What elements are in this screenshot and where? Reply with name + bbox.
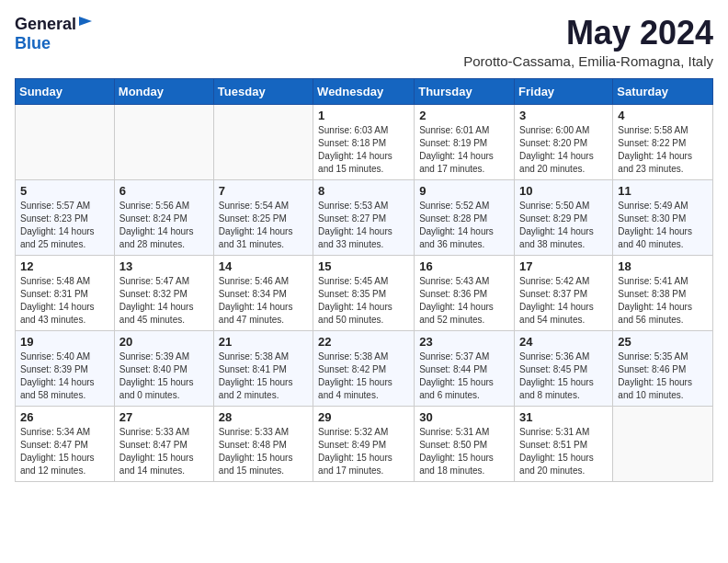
- calendar-cell: 11Sunrise: 5:49 AMSunset: 8:30 PMDayligh…: [613, 179, 713, 255]
- calendar-cell: 23Sunrise: 5:37 AMSunset: 8:44 PMDayligh…: [415, 330, 515, 406]
- calendar-cell: 4Sunrise: 5:58 AMSunset: 8:22 PMDaylight…: [613, 104, 713, 179]
- day-number: 22: [318, 335, 409, 349]
- calendar-cell: [613, 406, 713, 481]
- day-number: 16: [419, 259, 509, 273]
- calendar-cell: 3Sunrise: 6:00 AMSunset: 8:20 PMDaylight…: [515, 104, 613, 179]
- calendar-cell: 24Sunrise: 5:36 AMSunset: 8:45 PMDayligh…: [515, 330, 613, 406]
- calendar-week-2: 5Sunrise: 5:57 AMSunset: 8:23 PMDaylight…: [16, 179, 713, 255]
- calendar-cell: 12Sunrise: 5:48 AMSunset: 8:31 PMDayligh…: [16, 255, 115, 330]
- calendar-header: SundayMondayTuesdayWednesdayThursdayFrid…: [16, 78, 713, 104]
- day-number: 26: [20, 410, 109, 424]
- calendar-week-5: 26Sunrise: 5:34 AMSunset: 8:47 PMDayligh…: [16, 406, 713, 481]
- calendar-cell: 13Sunrise: 5:47 AMSunset: 8:32 PMDayligh…: [114, 255, 213, 330]
- day-info: Sunrise: 5:36 AMSunset: 8:45 PMDaylight:…: [519, 350, 608, 402]
- day-number: 13: [119, 259, 209, 273]
- day-number: 28: [219, 410, 308, 424]
- calendar-cell: 8Sunrise: 5:53 AMSunset: 8:27 PMDaylight…: [313, 179, 415, 255]
- calendar-cell: 18Sunrise: 5:41 AMSunset: 8:38 PMDayligh…: [613, 255, 713, 330]
- day-info: Sunrise: 5:38 AMSunset: 8:42 PMDaylight:…: [318, 350, 409, 402]
- day-number: 4: [618, 109, 708, 122]
- day-number: 3: [519, 109, 608, 122]
- title-area: May 2024 Porotto-Cassama, Emilia-Romagna…: [463, 15, 713, 69]
- logo-blue-text: Blue: [15, 34, 51, 53]
- logo-flag-icon: [77, 15, 94, 31]
- day-info: Sunrise: 5:53 AMSunset: 8:27 PMDaylight:…: [318, 200, 409, 251]
- calendar-cell: 25Sunrise: 5:35 AMSunset: 8:46 PMDayligh…: [613, 330, 713, 406]
- calendar-cell: 27Sunrise: 5:33 AMSunset: 8:47 PMDayligh…: [114, 406, 213, 481]
- calendar-cell: 29Sunrise: 5:32 AMSunset: 8:49 PMDayligh…: [313, 406, 415, 481]
- day-number: 5: [20, 184, 109, 198]
- day-info: Sunrise: 5:32 AMSunset: 8:49 PMDaylight:…: [318, 426, 409, 477]
- day-number: 8: [318, 184, 409, 198]
- day-info: Sunrise: 6:03 AMSunset: 8:18 PMDaylight:…: [318, 124, 409, 176]
- day-number: 7: [219, 184, 308, 198]
- day-info: Sunrise: 5:35 AMSunset: 8:46 PMDaylight:…: [618, 350, 708, 402]
- day-number: 14: [219, 259, 308, 273]
- day-info: Sunrise: 5:31 AMSunset: 8:50 PMDaylight:…: [419, 426, 509, 477]
- weekday-header-friday: Friday: [515, 78, 613, 104]
- logo: General Blue: [15, 15, 94, 53]
- day-number: 27: [119, 410, 209, 424]
- day-info: Sunrise: 5:33 AMSunset: 8:47 PMDaylight:…: [119, 426, 209, 477]
- day-number: 21: [219, 335, 308, 349]
- calendar-cell: 31Sunrise: 5:31 AMSunset: 8:51 PMDayligh…: [515, 406, 613, 481]
- calendar-table: SundayMondayTuesdayWednesdayThursdayFrid…: [15, 78, 713, 482]
- calendar-cell: 20Sunrise: 5:39 AMSunset: 8:40 PMDayligh…: [114, 330, 213, 406]
- calendar-cell: 5Sunrise: 5:57 AMSunset: 8:23 PMDaylight…: [16, 179, 115, 255]
- calendar-cell: 14Sunrise: 5:46 AMSunset: 8:34 PMDayligh…: [213, 255, 313, 330]
- calendar-cell: 16Sunrise: 5:43 AMSunset: 8:36 PMDayligh…: [415, 255, 515, 330]
- calendar-cell: 7Sunrise: 5:54 AMSunset: 8:25 PMDaylight…: [213, 179, 313, 255]
- day-info: Sunrise: 5:34 AMSunset: 8:47 PMDaylight:…: [20, 426, 109, 477]
- day-info: Sunrise: 5:39 AMSunset: 8:40 PMDaylight:…: [119, 350, 209, 402]
- weekday-header-thursday: Thursday: [415, 78, 515, 104]
- svg-marker-0: [79, 17, 92, 26]
- calendar-cell: 19Sunrise: 5:40 AMSunset: 8:39 PMDayligh…: [16, 330, 115, 406]
- day-number: 2: [419, 109, 509, 122]
- calendar-cell: 17Sunrise: 5:42 AMSunset: 8:37 PMDayligh…: [515, 255, 613, 330]
- day-number: 29: [318, 410, 409, 424]
- day-number: 9: [419, 184, 509, 198]
- day-info: Sunrise: 5:46 AMSunset: 8:34 PMDaylight:…: [219, 275, 308, 327]
- day-info: Sunrise: 5:52 AMSunset: 8:28 PMDaylight:…: [419, 200, 509, 251]
- calendar-cell: 30Sunrise: 5:31 AMSunset: 8:50 PMDayligh…: [415, 406, 515, 481]
- day-number: 19: [20, 335, 109, 349]
- calendar-week-4: 19Sunrise: 5:40 AMSunset: 8:39 PMDayligh…: [16, 330, 713, 406]
- calendar-cell: 6Sunrise: 5:56 AMSunset: 8:24 PMDaylight…: [114, 179, 213, 255]
- day-info: Sunrise: 5:49 AMSunset: 8:30 PMDaylight:…: [618, 200, 708, 251]
- day-number: 31: [519, 410, 608, 424]
- day-number: 12: [20, 259, 109, 273]
- calendar-cell: 22Sunrise: 5:38 AMSunset: 8:42 PMDayligh…: [313, 330, 415, 406]
- location-title: Porotto-Cassama, Emilia-Romagna, Italy: [463, 53, 713, 69]
- day-info: Sunrise: 5:45 AMSunset: 8:35 PMDaylight:…: [318, 275, 409, 327]
- day-number: 6: [119, 184, 209, 198]
- calendar-week-3: 12Sunrise: 5:48 AMSunset: 8:31 PMDayligh…: [16, 255, 713, 330]
- day-info: Sunrise: 5:57 AMSunset: 8:23 PMDaylight:…: [20, 200, 109, 251]
- day-number: 25: [618, 335, 708, 349]
- weekday-header-tuesday: Tuesday: [213, 78, 313, 104]
- day-number: 1: [318, 109, 409, 122]
- day-info: Sunrise: 5:48 AMSunset: 8:31 PMDaylight:…: [20, 275, 109, 327]
- header: General Blue May 2024 Porotto-Cassama, E…: [15, 15, 713, 69]
- day-info: Sunrise: 5:56 AMSunset: 8:24 PMDaylight:…: [119, 200, 209, 251]
- calendar-cell: 1Sunrise: 6:03 AMSunset: 8:18 PMDaylight…: [313, 104, 415, 179]
- day-info: Sunrise: 6:00 AMSunset: 8:20 PMDaylight:…: [519, 124, 608, 176]
- day-number: 30: [419, 410, 509, 424]
- day-number: 23: [419, 335, 509, 349]
- day-number: 10: [519, 184, 608, 198]
- calendar-cell: 21Sunrise: 5:38 AMSunset: 8:41 PMDayligh…: [213, 330, 313, 406]
- day-info: Sunrise: 5:43 AMSunset: 8:36 PMDaylight:…: [419, 275, 509, 327]
- day-number: 15: [318, 259, 409, 273]
- day-info: Sunrise: 5:50 AMSunset: 8:29 PMDaylight:…: [519, 200, 608, 251]
- day-info: Sunrise: 5:42 AMSunset: 8:37 PMDaylight:…: [519, 275, 608, 327]
- day-info: Sunrise: 5:38 AMSunset: 8:41 PMDaylight:…: [219, 350, 308, 402]
- day-number: 24: [519, 335, 608, 349]
- weekday-header-wednesday: Wednesday: [313, 78, 415, 104]
- logo-general-text: General: [15, 15, 76, 34]
- day-info: Sunrise: 5:58 AMSunset: 8:22 PMDaylight:…: [618, 124, 708, 176]
- calendar-cell: [213, 104, 313, 179]
- day-info: Sunrise: 5:40 AMSunset: 8:39 PMDaylight:…: [20, 350, 109, 402]
- day-number: 17: [519, 259, 608, 273]
- weekday-header-monday: Monday: [114, 78, 213, 104]
- day-info: Sunrise: 5:33 AMSunset: 8:48 PMDaylight:…: [219, 426, 308, 477]
- day-info: Sunrise: 5:47 AMSunset: 8:32 PMDaylight:…: [119, 275, 209, 327]
